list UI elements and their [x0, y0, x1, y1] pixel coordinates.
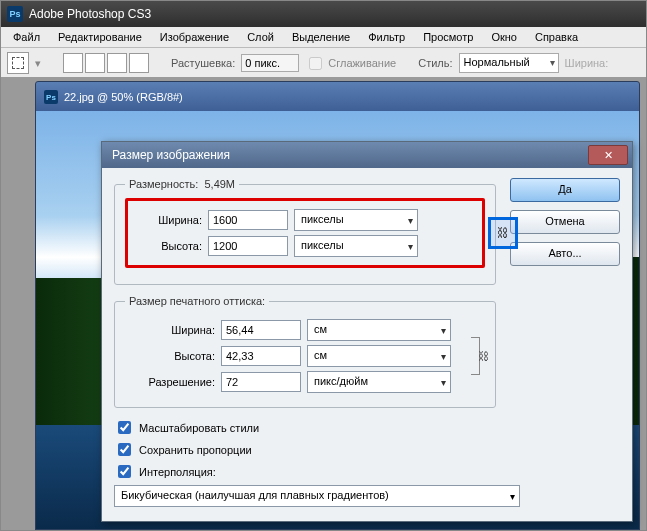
image-size-dialog: Размер изображения ✕ Размерность: 5,49M … — [101, 141, 633, 522]
selection-new-icon[interactable] — [63, 53, 83, 73]
pixel-dimensions-legend: Размерность: 5,49M — [125, 178, 239, 190]
feather-input[interactable] — [241, 54, 299, 72]
dialog-close-button[interactable]: ✕ — [588, 145, 628, 165]
pixel-width-input[interactable] — [208, 210, 288, 230]
pixel-height-input[interactable] — [208, 236, 288, 256]
print-height-unit-select[interactable]: см — [307, 345, 451, 367]
style-select[interactable]: Нормальный — [459, 53, 559, 73]
print-height-input[interactable] — [221, 346, 301, 366]
constrain-link-highlight: ⛓ — [488, 217, 518, 249]
scale-styles-checkbox[interactable]: Масштабировать стили — [114, 418, 496, 437]
menu-help[interactable]: Справка — [527, 29, 586, 45]
highlight-box: Ширина: пикселы Высота: пикселы — [125, 198, 485, 268]
chain-icon[interactable]: ⛓ — [497, 226, 509, 240]
selection-intersect-icon[interactable] — [129, 53, 149, 73]
menu-select[interactable]: Выделение — [284, 29, 358, 45]
pixel-height-label: Высота: — [134, 240, 202, 252]
print-size-group: Размер печатного оттиска: Ширина: см Выс… — [114, 295, 496, 408]
pixel-dimensions-group: Размерность: 5,49M Ширина: пикселы — [114, 178, 496, 285]
pixel-width-label: Ширина: — [134, 214, 202, 226]
chain-icon[interactable]: ⛓ — [478, 350, 489, 362]
print-width-input[interactable] — [221, 320, 301, 340]
document-titlebar[interactable]: Ps 22.jpg @ 50% (RGB/8#) — [35, 81, 640, 113]
interpolation-select[interactable]: Бикубическая (наилучшая для плавных град… — [114, 485, 520, 507]
print-width-unit-select[interactable]: см — [307, 319, 451, 341]
antialias-checkbox[interactable]: Сглаживание — [305, 54, 396, 73]
resolution-unit-select[interactable]: пикс/дюйм — [307, 371, 451, 393]
app-title: Adobe Photoshop CS3 — [29, 7, 151, 21]
options-bar: ▾ Растушевка: Сглаживание Стиль: Нормаль… — [1, 48, 646, 79]
resample-checkbox[interactable]: Интерполяция: — [114, 462, 496, 481]
document-icon: Ps — [44, 90, 58, 104]
selection-subtract-icon[interactable] — [107, 53, 127, 73]
dialog-titlebar[interactable]: Размер изображения ✕ — [102, 142, 632, 168]
width-label: Ширина: — [565, 57, 609, 69]
menu-image[interactable]: Изображение — [152, 29, 237, 45]
selection-add-icon[interactable] — [85, 53, 105, 73]
resolution-label: Разрешение: — [125, 376, 215, 388]
menu-view[interactable]: Просмотр — [415, 29, 481, 45]
cancel-button[interactable]: Отмена — [510, 210, 620, 234]
pixel-width-unit-select[interactable]: пикселы — [294, 209, 418, 231]
auto-button[interactable]: Авто... — [510, 242, 620, 266]
feather-label: Растушевка: — [171, 57, 235, 69]
menu-file[interactable]: Файл — [5, 29, 48, 45]
tool-preset-icon[interactable] — [7, 52, 29, 74]
resolution-input[interactable] — [221, 372, 301, 392]
style-label: Стиль: — [418, 57, 452, 69]
pixel-height-unit-select[interactable]: пикселы — [294, 235, 418, 257]
menu-window[interactable]: Окно — [483, 29, 525, 45]
selection-mode-group — [63, 53, 149, 73]
menu-layer[interactable]: Слой — [239, 29, 282, 45]
menu-edit[interactable]: Редактирование — [50, 29, 150, 45]
constrain-proportions-checkbox[interactable]: Сохранить пропорции — [114, 440, 496, 459]
print-size-legend: Размер печатного оттиска: — [125, 295, 269, 307]
print-height-label: Высота: — [125, 350, 215, 362]
menubar: Файл Редактирование Изображение Слой Выд… — [1, 27, 646, 48]
document-title: 22.jpg @ 50% (RGB/8#) — [64, 91, 183, 103]
print-width-label: Ширина: — [125, 324, 215, 336]
ps-app-icon: Ps — [7, 6, 23, 22]
menu-filter[interactable]: Фильтр — [360, 29, 413, 45]
app-window: Ps Adobe Photoshop CS3 Файл Редактирован… — [0, 0, 647, 531]
print-link-bracket: ⛓ — [465, 337, 485, 375]
dialog-title: Размер изображения — [112, 148, 230, 162]
app-titlebar: Ps Adobe Photoshop CS3 — [1, 1, 646, 27]
ok-button[interactable]: Да — [510, 178, 620, 202]
